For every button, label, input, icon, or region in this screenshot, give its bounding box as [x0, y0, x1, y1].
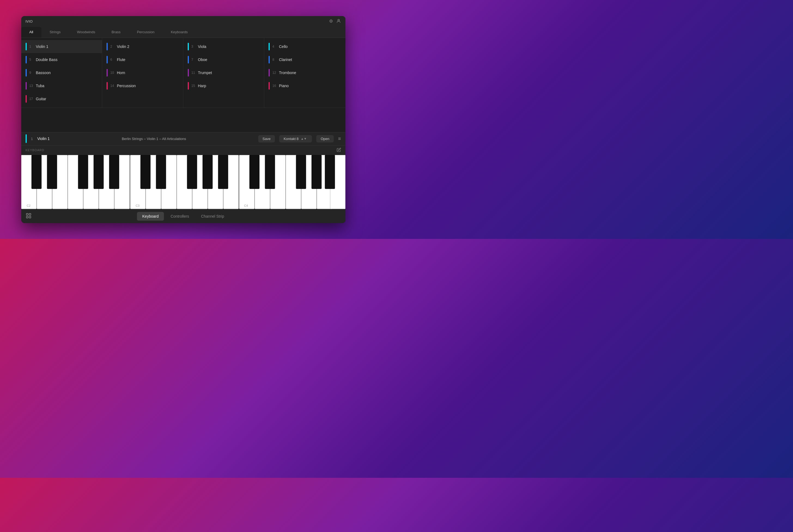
color-bar: [188, 69, 189, 77]
color-bar: [269, 43, 270, 51]
piano-keys-inner: .wkey { fill: white; stroke: #aaa; strok…: [21, 155, 345, 209]
svg-text:C2: C2: [27, 204, 31, 207]
keyboard-header: KEYBOARD: [21, 145, 345, 155]
app-window: IVIO ⚙ All Strings Woodwinds Brass Percu…: [21, 16, 345, 223]
instrument-column-3: 3 Viola 7 Oboe 11 Trumpet 15 Harp: [183, 38, 265, 108]
plugin-arrows-icon: ▲▼: [301, 137, 307, 140]
color-bar: [25, 82, 27, 90]
instrument-column-2: 2 Violin 2 6 Flute 10 Horn 14 Percussion: [102, 38, 183, 108]
color-bar: [25, 43, 27, 51]
save-button[interactable]: Save: [258, 135, 275, 142]
list-item[interactable]: 2 Violin 2: [102, 40, 183, 53]
svg-rect-40: [26, 213, 28, 215]
svg-text:C3: C3: [136, 204, 139, 207]
keyboard-label: KEYBOARD: [25, 149, 44, 152]
tab-controllers[interactable]: Controllers: [165, 212, 194, 221]
color-bar: [25, 69, 27, 77]
list-item[interactable]: 6 Flute: [102, 53, 183, 66]
svg-rect-41: [29, 213, 31, 215]
tab-all[interactable]: All: [21, 27, 41, 38]
list-item[interactable]: 1 Violin 1: [21, 40, 102, 53]
piano-keyboard[interactable]: .wkey { fill: white; stroke: #aaa; strok…: [21, 155, 345, 209]
svg-rect-32: [249, 155, 259, 189]
plugin-name: Kontakt 8: [284, 137, 299, 141]
profile-icon[interactable]: [336, 19, 341, 24]
plugin-selector[interactable]: Kontakt 8 ▲▼: [279, 135, 312, 142]
svg-rect-33: [265, 155, 275, 189]
color-bar: [107, 69, 108, 77]
selected-color-bar: [25, 134, 27, 143]
tab-woodwinds[interactable]: Woodwinds: [69, 27, 103, 38]
svg-rect-27: [140, 155, 150, 189]
menu-icon[interactable]: ≡: [338, 136, 341, 141]
svg-rect-43: [29, 216, 31, 217]
svg-text:C4: C4: [244, 204, 248, 207]
instruments-grid: 1 Violin 1 5 Double Bass 9 Bassoon 13 Tu…: [21, 38, 345, 108]
list-item[interactable]: 8 Clarinet: [264, 53, 345, 66]
svg-rect-29: [187, 155, 197, 189]
svg-point-0: [338, 19, 339, 21]
color-bar: [269, 69, 270, 77]
color-bar: [25, 95, 27, 103]
open-button[interactable]: Open: [316, 135, 334, 142]
tab-keyboard[interactable]: Keyboard: [137, 212, 164, 221]
color-bar: [188, 43, 189, 51]
svg-rect-26: [109, 155, 119, 189]
color-bar: [107, 56, 108, 63]
instrument-column-1: 1 Violin 1 5 Double Bass 9 Bassoon 13 Tu…: [21, 38, 102, 108]
list-item[interactable]: 10 Horn: [102, 66, 183, 79]
tab-channel-strip[interactable]: Channel Strip: [195, 212, 230, 221]
tab-bar: All Strings Woodwinds Brass Percussion K…: [21, 27, 345, 38]
list-item[interactable]: 3 Viola: [183, 40, 264, 53]
svg-rect-42: [26, 216, 28, 217]
list-item[interactable]: 17 Guitar: [21, 92, 102, 106]
list-item[interactable]: 9 Bassoon: [21, 66, 102, 79]
list-item[interactable]: 11 Trumpet: [183, 66, 264, 79]
svg-rect-31: [218, 155, 228, 189]
instrument-column-4: 4 Cello 8 Clarinet 12 Trombone 16 Piano: [264, 38, 345, 108]
list-item[interactable]: 13 Tuba: [21, 79, 102, 92]
color-bar: [25, 56, 27, 63]
instruments-spacer: [21, 108, 345, 132]
svg-rect-30: [203, 155, 212, 189]
svg-rect-23: [47, 155, 57, 189]
svg-rect-34: [296, 155, 306, 189]
list-item[interactable]: 4 Cello: [264, 40, 345, 53]
list-item[interactable]: 7 Oboe: [183, 53, 264, 66]
list-item[interactable]: 12 Trombone: [264, 66, 345, 79]
color-bar: [107, 82, 108, 90]
tab-brass[interactable]: Brass: [103, 27, 129, 38]
color-bar: [269, 82, 270, 90]
list-item[interactable]: 14 Percussion: [102, 79, 183, 92]
svg-rect-28: [156, 155, 166, 189]
selected-name: Violin 1: [37, 136, 50, 141]
list-item[interactable]: 15 Harp: [183, 79, 264, 92]
grid-icon[interactable]: [25, 213, 32, 220]
edit-icon[interactable]: [337, 148, 341, 153]
list-item[interactable]: 5 Double Bass: [21, 53, 102, 66]
list-item[interactable]: 16 Piano: [264, 79, 345, 92]
title-bar: IVIO ⚙: [21, 16, 345, 27]
settings-icon[interactable]: ⚙: [329, 19, 333, 24]
svg-rect-35: [311, 155, 321, 189]
svg-rect-22: [32, 155, 41, 189]
tab-keyboards[interactable]: Keyboards: [163, 27, 196, 38]
selected-number: 1: [31, 137, 33, 141]
color-bar: [188, 56, 189, 63]
selected-instrument-bar: 1 Violin 1 Berlin Strings – Violin 1 – A…: [21, 132, 345, 145]
svg-rect-36: [325, 155, 335, 189]
tab-strings[interactable]: Strings: [41, 27, 69, 38]
instruments-area: 1 Violin 1 5 Double Bass 9 Bassoon 13 Tu…: [21, 38, 345, 132]
patch-name: Berlin Strings – Violin 1 – All Articula…: [54, 137, 253, 141]
app-title: IVIO: [25, 19, 33, 23]
color-bar: [269, 56, 270, 63]
bottom-tabs: Keyboard Controllers Channel Strip: [137, 212, 229, 221]
svg-rect-24: [78, 155, 88, 189]
color-bar: [107, 43, 108, 51]
color-bar: [188, 82, 189, 90]
tab-percussion[interactable]: Percussion: [129, 27, 163, 38]
svg-rect-25: [94, 155, 103, 189]
title-bar-icons: ⚙: [329, 19, 341, 24]
bottom-nav: Keyboard Controllers Channel Strip: [21, 209, 345, 223]
